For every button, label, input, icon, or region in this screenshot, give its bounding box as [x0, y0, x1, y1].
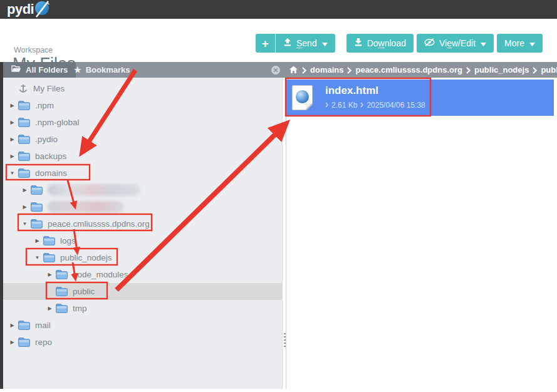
tree-item-backups[interactable]: ▶backups	[0, 148, 282, 165]
expand-arrow-icon[interactable]: ▶	[21, 205, 28, 210]
tree-item-public[interactable]: public	[0, 283, 282, 300]
expand-arrow-icon[interactable]: ▶	[46, 306, 53, 311]
file-modified-date: 2025/04/06 15:38	[367, 101, 425, 110]
view-edit-button[interactable]: View/Edit	[417, 34, 494, 53]
breadcrumb-chevron-icon	[466, 67, 471, 74]
upload-icon	[283, 38, 292, 48]
breadcrumb-item[interactable]: peace.cmliussss.dpdns.org	[355, 65, 462, 75]
top-app-bar: pydi	[0, 0, 557, 19]
tree-item--npm[interactable]: ▶.npm	[0, 97, 282, 114]
plus-icon: +	[262, 38, 269, 49]
workspace-root-icon	[18, 83, 28, 95]
expand-arrow-icon[interactable]: ▶	[9, 154, 16, 159]
folder-icon	[56, 287, 68, 296]
create-send-group: + Send	[256, 34, 335, 53]
folder-icon	[18, 118, 30, 127]
tree-item-mail[interactable]: ▶mail	[0, 317, 282, 334]
view-edit-label: View/Edit	[439, 38, 476, 48]
expand-arrow-icon[interactable]: ▶	[34, 239, 41, 244]
expand-arrow-icon[interactable]: ▶	[9, 340, 16, 345]
tree-item-label: public	[73, 287, 95, 296]
folder-icon	[18, 152, 30, 161]
file-name: index.html	[325, 85, 378, 97]
resize-grip-icon[interactable]	[284, 333, 286, 347]
tree-item-label: .pydio	[35, 135, 58, 144]
tree-item-label: domains	[35, 168, 67, 178]
tree-item-label: My Files	[33, 84, 65, 93]
chevron-down-icon	[529, 38, 535, 48]
folder-icon	[18, 135, 30, 144]
logo-text: pydi	[7, 1, 34, 18]
send-button[interactable]: Send	[276, 34, 335, 53]
expand-arrow-icon[interactable]: ▶	[9, 103, 16, 108]
folder-tree-panel: My Files▶.npm▶.npm-global▶.pydio▶backups…	[0, 78, 282, 389]
close-panel-icon[interactable]	[271, 65, 281, 75]
panel-left-edge	[0, 62, 3, 389]
chevron-right-icon	[360, 101, 363, 110]
collapse-arrow-icon[interactable]: ▼	[34, 255, 41, 260]
collapse-arrow-icon[interactable]: ▼	[21, 222, 28, 227]
folder-icon	[56, 304, 68, 313]
tree-item-label: .npm-global	[35, 118, 80, 127]
folder-icon	[56, 270, 68, 279]
eye-off-icon	[424, 38, 435, 48]
tree-item--npm-global[interactable]: ▶.npm-global	[0, 114, 282, 131]
tree-item-domains[interactable]: ▼domains	[0, 165, 282, 182]
breadcrumb-chevron-icon	[533, 67, 537, 74]
tree-item-node-modules[interactable]: ▶node_modules	[0, 266, 282, 283]
tree-item--pydio[interactable]: ▶.pydio	[0, 131, 282, 148]
tab-bookmarks[interactable]: ★ Bookmarks	[66, 62, 138, 78]
redacted-folder-name	[48, 184, 140, 196]
home-icon[interactable]	[289, 66, 298, 74]
file-row-selected[interactable]: index.html 2.61 Kb 2025/04/06 15:38	[286, 80, 554, 116]
download-label: Download	[367, 38, 406, 48]
tree-item-label: tmp	[73, 304, 87, 313]
tree-item-logs[interactable]: ▶logs	[0, 232, 282, 249]
expand-arrow-icon[interactable]: ▶	[9, 120, 16, 125]
workspace-label: Workspace	[14, 46, 53, 54]
tree-item-label: peace.cmliussss.dpdns.org	[48, 219, 150, 229]
download-button[interactable]: Download	[346, 34, 414, 53]
add-button[interactable]: +	[256, 34, 275, 53]
tree-item-tmp[interactable]: ▶tmp	[0, 300, 282, 317]
tree-item-label: repo	[35, 338, 52, 347]
tab-all-folders-label: All Folders	[26, 65, 68, 75]
expand-arrow-icon[interactable]: ▶	[21, 188, 28, 193]
tab-all-folders[interactable]: All Folders	[3, 62, 76, 78]
expand-arrow-icon[interactable]: ▶	[46, 272, 53, 277]
tree-item-peace-cmliussss-dpdns-org[interactable]: ▼peace.cmliussss.dpdns.org	[0, 215, 282, 232]
chevron-right-icon	[325, 101, 328, 110]
breadcrumb-chevron-icon	[347, 67, 351, 74]
file-meta: 2.61 Kb 2025/04/06 15:38	[325, 101, 425, 110]
more-button[interactable]: More	[497, 34, 543, 53]
chevron-down-icon	[481, 38, 486, 48]
panel-divider[interactable]	[282, 78, 286, 389]
breadcrumb-item[interactable]: public	[541, 65, 557, 75]
tree-item-label: backups	[35, 152, 66, 161]
expand-arrow-icon[interactable]: ▶	[9, 323, 16, 328]
tab-bookmarks-label: Bookmarks	[86, 65, 130, 75]
tree-item-redacted[interactable]: ▶	[0, 199, 282, 215]
globe-icon	[296, 90, 309, 103]
folder-icon	[43, 253, 55, 262]
star-icon: ★	[74, 66, 81, 74]
open-folder-icon	[11, 65, 21, 75]
download-icon	[354, 38, 363, 48]
tree-item-label: .npm	[35, 101, 54, 110]
folder-tree: My Files▶.npm▶.npm-global▶.pydio▶backups…	[0, 80, 282, 351]
pydio-logo[interactable]: pydi	[7, 0, 51, 21]
tree-item-repo[interactable]: ▶repo	[0, 334, 282, 351]
collapse-arrow-icon[interactable]: ▼	[9, 171, 16, 176]
breadcrumb-item[interactable]: public_nodejs	[474, 65, 529, 75]
expand-arrow-icon[interactable]: ▶	[9, 137, 16, 142]
breadcrumb-chevron-icon	[302, 67, 306, 74]
folder-icon	[18, 101, 30, 110]
folder-icon	[31, 219, 43, 229]
logo-globe-icon	[34, 0, 51, 21]
tree-item-my-files[interactable]: My Files	[0, 80, 282, 97]
tree-item-redacted[interactable]: ▶	[0, 182, 282, 199]
tree-item-label: logs	[60, 236, 76, 245]
breadcrumb-item[interactable]: domains	[310, 65, 343, 75]
tree-item-public-nodejs[interactable]: ▼public_nodejs	[0, 249, 282, 266]
file-size: 2.61 Kb	[331, 101, 357, 110]
